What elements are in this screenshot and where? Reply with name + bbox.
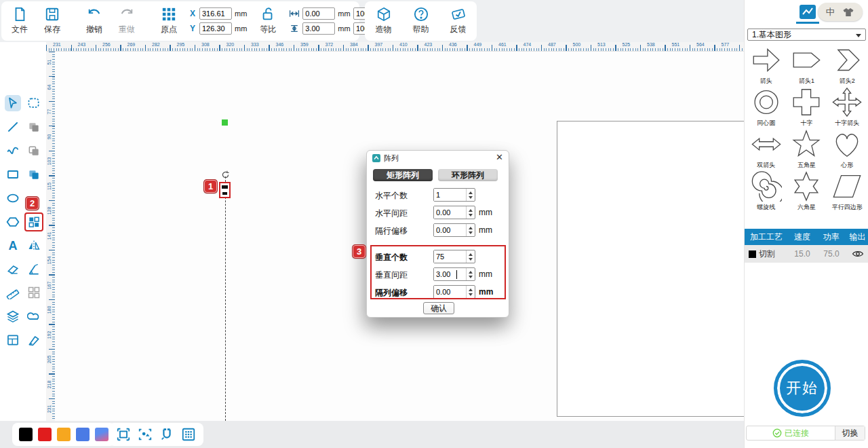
save-button[interactable]: 保存 bbox=[41, 7, 64, 35]
polygon-tool[interactable] bbox=[5, 214, 21, 230]
shape-library-tab[interactable] bbox=[799, 4, 816, 20]
row-offset-input[interactable] bbox=[434, 224, 466, 236]
shape-item-arrow1[interactable]: 箭头1 bbox=[787, 45, 827, 87]
snap-magnet-button[interactable] bbox=[159, 426, 175, 443]
column-offset-input[interactable] bbox=[434, 286, 466, 298]
aspect-lock-button[interactable]: 等比 bbox=[256, 7, 279, 35]
rectangle-tool[interactable] bbox=[5, 166, 21, 183]
layers-tool[interactable] bbox=[5, 308, 21, 324]
dialog-titlebar[interactable]: 阵列 ✕ bbox=[367, 151, 509, 166]
feedback-button[interactable]: 反馈 bbox=[447, 7, 470, 35]
horizontal-count-input[interactable] bbox=[434, 189, 466, 201]
shape-item-cross[interactable]: 十字 bbox=[787, 87, 827, 129]
boolean-subtract-tool[interactable] bbox=[26, 143, 42, 159]
field-unit: mm bbox=[479, 269, 492, 279]
boolean-union-tool[interactable] bbox=[26, 166, 42, 183]
process-row-cut[interactable]: 切割 15.0 75.0 bbox=[745, 245, 868, 263]
lasso-select-tool[interactable] bbox=[26, 95, 42, 111]
angle-measure-tool[interactable] bbox=[26, 261, 42, 278]
confirm-button[interactable]: 确认 bbox=[423, 302, 454, 314]
select-tool[interactable] bbox=[5, 95, 21, 111]
shape-item-spiral[interactable]: 螺旋线 bbox=[746, 171, 787, 213]
spinner-buttons[interactable] bbox=[466, 206, 475, 219]
shape-item-concentric-circle[interactable]: 同心圆 bbox=[746, 87, 787, 129]
output-visibility-toggle[interactable] bbox=[846, 249, 868, 259]
text-tool[interactable]: A bbox=[5, 238, 21, 254]
ellipse-tool[interactable] bbox=[5, 190, 21, 206]
system-lang-pill[interactable]: 中 bbox=[818, 3, 863, 21]
spin-down-icon[interactable] bbox=[469, 214, 473, 217]
shape-category-dropdown[interactable]: 1.基本图形 bbox=[747, 29, 866, 41]
spin-down-icon[interactable] bbox=[469, 196, 473, 199]
origin-button[interactable]: 原点 bbox=[157, 7, 180, 35]
redo-button[interactable]: 重做 bbox=[115, 7, 138, 35]
undo-label: 撤销 bbox=[86, 24, 102, 35]
spin-up-icon[interactable] bbox=[469, 271, 473, 274]
array-tool[interactable] bbox=[26, 214, 42, 230]
width-input[interactable] bbox=[302, 7, 335, 20]
tab-rect-array[interactable]: 矩形阵列 bbox=[373, 169, 433, 181]
canvas-green-marker[interactable] bbox=[222, 119, 228, 126]
lang-toggle-label[interactable]: 中 bbox=[826, 6, 835, 18]
shape-item-double-arrow[interactable]: 双箭头 bbox=[746, 129, 787, 171]
spinner-buttons[interactable] bbox=[466, 189, 475, 201]
x-unit: mm bbox=[235, 10, 247, 18]
spinner-buttons[interactable] bbox=[466, 250, 475, 263]
shape-item-cross-arrow[interactable]: 十字箭头 bbox=[827, 87, 867, 129]
eraser-tool[interactable] bbox=[5, 261, 21, 278]
color-swatch-black[interactable] bbox=[19, 428, 33, 441]
weld-tool[interactable] bbox=[26, 308, 42, 324]
switch-device-button[interactable]: 切换 bbox=[835, 426, 865, 440]
spin-down-icon[interactable] bbox=[469, 293, 473, 296]
group-tool[interactable] bbox=[26, 119, 42, 135]
shape-item-star6[interactable]: 六角星 bbox=[787, 171, 827, 213]
spin-up-icon[interactable] bbox=[469, 227, 473, 229]
rotate-handle-icon[interactable] bbox=[221, 170, 230, 179]
color-swatch-gradient[interactable] bbox=[95, 428, 108, 441]
spin-down-icon[interactable] bbox=[469, 276, 473, 278]
layer-color-swatch[interactable] bbox=[749, 250, 756, 258]
shape-item-star5[interactable]: 五角星 bbox=[787, 129, 827, 171]
start-button[interactable]: 开始 bbox=[774, 360, 831, 417]
create-button[interactable]: 造物 bbox=[372, 7, 395, 35]
color-swatch-orange[interactable] bbox=[57, 428, 71, 441]
selected-object[interactable] bbox=[219, 182, 231, 198]
color-swatch-red[interactable] bbox=[38, 428, 52, 441]
x-position-input[interactable] bbox=[199, 7, 232, 20]
grid-toggle-button[interactable] bbox=[180, 426, 197, 443]
pen-knife-tool[interactable] bbox=[26, 332, 42, 348]
spin-up-icon[interactable] bbox=[469, 288, 473, 291]
ruler-tool[interactable] bbox=[5, 284, 21, 301]
horizontal-gap-input[interactable] bbox=[434, 206, 466, 219]
spin-down-icon[interactable] bbox=[469, 231, 473, 234]
spinner-buttons[interactable] bbox=[466, 268, 475, 280]
align-tool[interactable] bbox=[26, 284, 42, 301]
spin-up-icon[interactable] bbox=[469, 253, 473, 256]
spin-down-icon[interactable] bbox=[469, 258, 473, 261]
shape-item-heart[interactable]: 心形 bbox=[827, 129, 867, 171]
frame-split-tool[interactable] bbox=[5, 332, 21, 348]
close-icon[interactable]: ✕ bbox=[496, 153, 503, 162]
mirror-tool[interactable] bbox=[26, 238, 42, 254]
color-swatch-blue[interactable] bbox=[76, 428, 90, 441]
shape-label: 同心圆 bbox=[757, 119, 775, 128]
height-input[interactable] bbox=[302, 22, 335, 35]
spinner-buttons[interactable] bbox=[466, 224, 475, 236]
preview-selection-button[interactable] bbox=[137, 426, 153, 443]
undo-button[interactable]: 撤销 bbox=[83, 7, 106, 35]
spin-up-icon[interactable] bbox=[469, 191, 473, 194]
spin-up-icon[interactable] bbox=[469, 209, 473, 212]
shape-item-parallelogram[interactable]: 平行四边形 bbox=[827, 171, 867, 213]
shape-item-arrow2[interactable]: 箭头2 bbox=[827, 45, 867, 87]
shape-item-arrow[interactable]: 箭头 bbox=[746, 45, 787, 87]
vertical-count-input[interactable] bbox=[434, 250, 466, 263]
vertical-gap-input[interactable] bbox=[434, 268, 466, 280]
curve-tool[interactable] bbox=[5, 143, 21, 159]
file-button[interactable]: 文件 bbox=[8, 7, 31, 35]
line-tool[interactable] bbox=[5, 119, 21, 135]
tab-circular-array[interactable]: 环形阵列 bbox=[438, 169, 498, 181]
y-position-input[interactable] bbox=[199, 22, 232, 35]
spinner-buttons[interactable] bbox=[466, 286, 475, 298]
help-button[interactable]: 帮助 bbox=[410, 7, 433, 35]
fit-frame-button[interactable] bbox=[115, 426, 132, 443]
